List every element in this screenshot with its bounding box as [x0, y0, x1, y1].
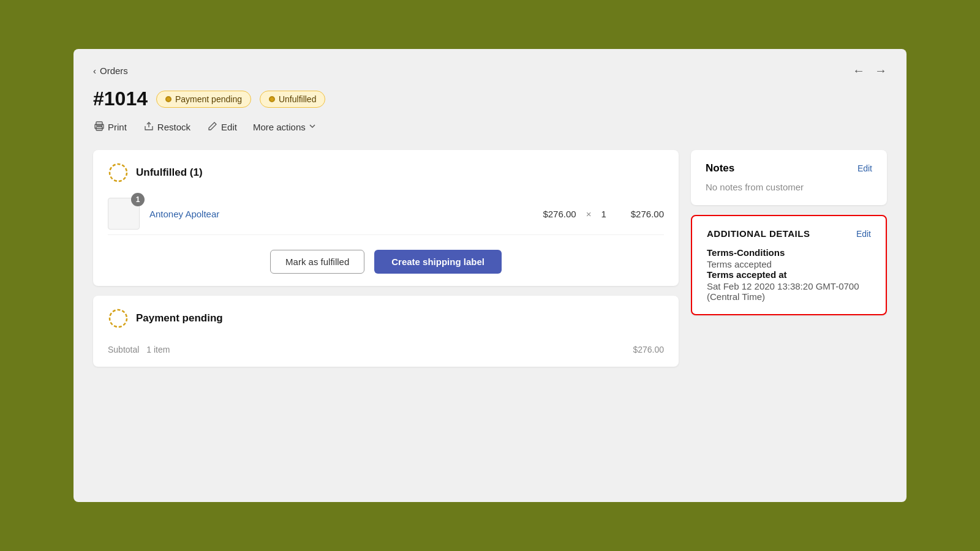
- unfulfilled-title: Unfulfilled (1): [136, 167, 203, 179]
- more-actions-button[interactable]: More actions: [253, 122, 317, 132]
- print-label: Print: [108, 122, 127, 132]
- svg-point-5: [110, 164, 127, 181]
- additional-details-edit-button[interactable]: Edit: [856, 229, 871, 239]
- restock-button[interactable]: Restock: [143, 119, 192, 135]
- svg-point-3: [101, 126, 102, 127]
- additional-details-title: ADDITIONAL DETAILS: [707, 228, 810, 239]
- back-label: Orders: [100, 66, 128, 76]
- notes-title: Notes: [706, 162, 734, 174]
- payment-status-icon: [108, 308, 129, 329]
- main-window: ‹ Orders ← → #1014 Payment pending Unful…: [74, 49, 907, 502]
- payment-pending-badge: Payment pending: [156, 91, 251, 108]
- times-symbol: ×: [586, 209, 592, 219]
- card-actions: Mark as fulfilled Create shipping label: [108, 245, 664, 274]
- left-panel: Unfulfilled (1) 1 Antoney Apoltear $276.…: [93, 150, 679, 367]
- more-actions-label: More actions: [253, 122, 306, 132]
- order-number: #1014: [93, 88, 148, 110]
- product-quantity: 1: [601, 209, 606, 219]
- payment-pending-label: Payment pending: [175, 94, 242, 104]
- subtotal-row: Subtotal 1 item $276.00: [108, 339, 664, 354]
- mark-fulfilled-button[interactable]: Mark as fulfilled: [270, 250, 364, 274]
- next-arrow-icon[interactable]: →: [875, 64, 887, 78]
- edit-button[interactable]: Edit: [206, 119, 238, 135]
- unfulfilled-badge: Unfulfilled: [260, 91, 325, 108]
- restock-icon: [144, 121, 154, 133]
- back-chevron-icon: ‹: [93, 66, 96, 76]
- notes-card: Notes Edit No notes from customer: [691, 150, 887, 205]
- terms-at-value: Sat Feb 12 2020 13:38:20 GMT-0700 (Centr…: [707, 281, 871, 302]
- unit-price: $276.00: [543, 209, 576, 219]
- payment-pending-card: Payment pending Subtotal 1 item $276.00: [93, 296, 679, 367]
- subtotal-label: Subtotal: [108, 345, 139, 354]
- svg-point-6: [110, 310, 127, 327]
- chevron-down-icon: [308, 122, 317, 132]
- notes-edit-button[interactable]: Edit: [858, 163, 872, 173]
- unfulfilled-card-header: Unfulfilled (1): [108, 162, 664, 183]
- product-total: $276.00: [631, 209, 664, 219]
- notes-empty-text: No notes from customer: [706, 182, 804, 192]
- action-bar: Print Restock Edit More actions: [93, 119, 887, 135]
- product-image-wrap: 1: [108, 198, 140, 230]
- additional-details-header: ADDITIONAL DETAILS Edit: [707, 228, 871, 239]
- main-content: Unfulfilled (1) 1 Antoney Apoltear $276.…: [93, 150, 887, 367]
- notes-header: Notes Edit: [706, 162, 872, 174]
- terms-conditions-section: Terms-Conditions Terms accepted: [707, 247, 871, 269]
- order-header: #1014 Payment pending Unfulfilled: [93, 88, 887, 110]
- right-panel: Notes Edit No notes from customer ADDITI…: [691, 150, 887, 367]
- back-link[interactable]: ‹ Orders: [93, 66, 128, 76]
- additional-details-card: ADDITIONAL DETAILS Edit Terms-Conditions…: [691, 215, 887, 315]
- payment-pending-card-header: Payment pending: [108, 308, 664, 329]
- restock-label: Restock: [157, 122, 190, 132]
- create-shipping-label-button[interactable]: Create shipping label: [374, 250, 502, 274]
- unfulfilled-card: Unfulfilled (1) 1 Antoney Apoltear $276.…: [93, 150, 679, 286]
- subtotal-value: $276.00: [633, 345, 664, 354]
- product-price: $276.00 × 1 $276.00: [543, 209, 664, 219]
- product-row: 1 Antoney Apoltear $276.00 × 1 $276.00: [108, 193, 664, 235]
- payment-pending-dot-icon: [165, 96, 172, 102]
- nav-bar: ‹ Orders ← →: [93, 64, 887, 78]
- terms-at-label: Terms accepted at: [707, 269, 871, 280]
- edit-label: Edit: [221, 122, 237, 132]
- edit-icon: [208, 121, 217, 133]
- subtotal-items: 1 item: [146, 345, 170, 354]
- terms-value: Terms accepted: [707, 259, 871, 269]
- subtotal-label-group: Subtotal 1 item: [108, 345, 170, 354]
- payment-pending-title: Payment pending: [136, 312, 223, 324]
- print-button[interactable]: Print: [93, 119, 128, 135]
- unfulfilled-status-icon: [108, 162, 129, 183]
- terms-label: Terms-Conditions: [707, 247, 871, 258]
- quantity-badge: 1: [131, 193, 145, 206]
- prev-arrow-icon[interactable]: ←: [853, 64, 865, 78]
- unfulfilled-dot-icon: [269, 96, 275, 102]
- nav-arrows: ← →: [853, 64, 887, 78]
- print-icon: [94, 121, 104, 133]
- terms-accepted-at-section: Terms accepted at Sat Feb 12 2020 13:38:…: [707, 269, 871, 302]
- product-name[interactable]: Antoney Apoltear: [149, 209, 533, 219]
- unfulfilled-label: Unfulfilled: [279, 94, 316, 104]
- svg-rect-0: [96, 122, 102, 126]
